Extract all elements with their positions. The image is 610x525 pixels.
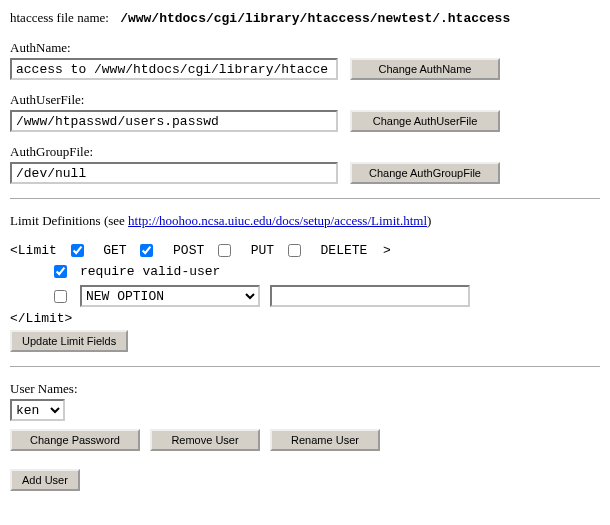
divider-2: [10, 366, 600, 367]
limit-close-tag: </Limit>: [10, 311, 600, 326]
limit-open-end: >: [383, 243, 391, 258]
authuserfile-block: AuthUserFile: Change AuthUserFile: [10, 92, 600, 132]
header-line: htaccess file name: /www/htdocs/cgi/libr…: [10, 10, 600, 26]
update-limit-button[interactable]: Update Limit Fields: [10, 330, 128, 352]
new-option-checkbox[interactable]: [54, 290, 67, 303]
limit-intro-prefix: Limit Definitions (see: [10, 213, 128, 228]
authname-block: AuthName: Change AuthName: [10, 40, 600, 80]
put-checkbox[interactable]: [218, 244, 231, 257]
authgroupfile-block: AuthGroupFile: Change AuthGroupFile: [10, 144, 600, 184]
get-checkbox[interactable]: [71, 244, 84, 257]
delete-checkbox[interactable]: [288, 244, 301, 257]
change-password-button[interactable]: Change Password: [10, 429, 140, 451]
delete-label: DELETE: [321, 243, 368, 258]
change-authuserfile-button[interactable]: Change AuthUserFile: [350, 110, 500, 132]
limit-section: <Limit GET POST PUT DELETE > require val…: [10, 243, 600, 352]
divider-1: [10, 198, 600, 199]
users-block: User Names: ken Change Password Remove U…: [10, 381, 600, 491]
authname-label: AuthName:: [10, 40, 600, 56]
post-label: POST: [173, 243, 204, 258]
users-label: User Names:: [10, 381, 600, 397]
limit-doc-link[interactable]: http://hoohoo.ncsa.uiuc.edu/docs/setup/a…: [128, 213, 427, 228]
require-label: require valid-user: [80, 264, 220, 279]
authuserfile-input[interactable]: [10, 110, 338, 132]
new-option-select[interactable]: NEW OPTION: [80, 285, 260, 307]
get-label: GET: [103, 243, 126, 258]
limit-intro: Limit Definitions (see http://hoohoo.ncs…: [10, 213, 600, 229]
post-checkbox[interactable]: [140, 244, 153, 257]
new-option-input[interactable]: [270, 285, 470, 307]
rename-user-button[interactable]: Rename User: [270, 429, 380, 451]
put-label: PUT: [251, 243, 274, 258]
authname-input[interactable]: [10, 58, 338, 80]
authuserfile-label: AuthUserFile:: [10, 92, 600, 108]
change-authgroupfile-button[interactable]: Change AuthGroupFile: [350, 162, 500, 184]
header-label: htaccess file name:: [10, 10, 109, 25]
limit-open-line: <Limit GET POST PUT DELETE >: [10, 243, 600, 258]
authgroupfile-input[interactable]: [10, 162, 338, 184]
htaccess-path: /www/htdocs/cgi/library/htaccess/newtest…: [120, 11, 510, 26]
remove-user-button[interactable]: Remove User: [150, 429, 260, 451]
limit-intro-suffix: ): [427, 213, 431, 228]
change-authname-button[interactable]: Change AuthName: [350, 58, 500, 80]
add-user-button[interactable]: Add User: [10, 469, 80, 491]
authgroupfile-label: AuthGroupFile:: [10, 144, 600, 160]
require-checkbox[interactable]: [54, 265, 67, 278]
limit-open-tag: <Limit: [10, 243, 57, 258]
user-select[interactable]: ken: [10, 399, 65, 421]
